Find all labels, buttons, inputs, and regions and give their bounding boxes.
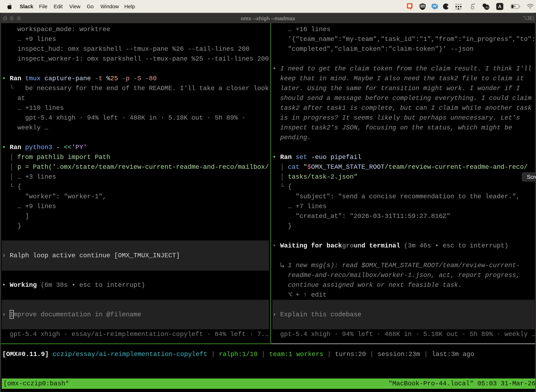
svg-text:1: 1 [532,16,534,21]
svg-text:..61: ..61 [484,6,489,9]
